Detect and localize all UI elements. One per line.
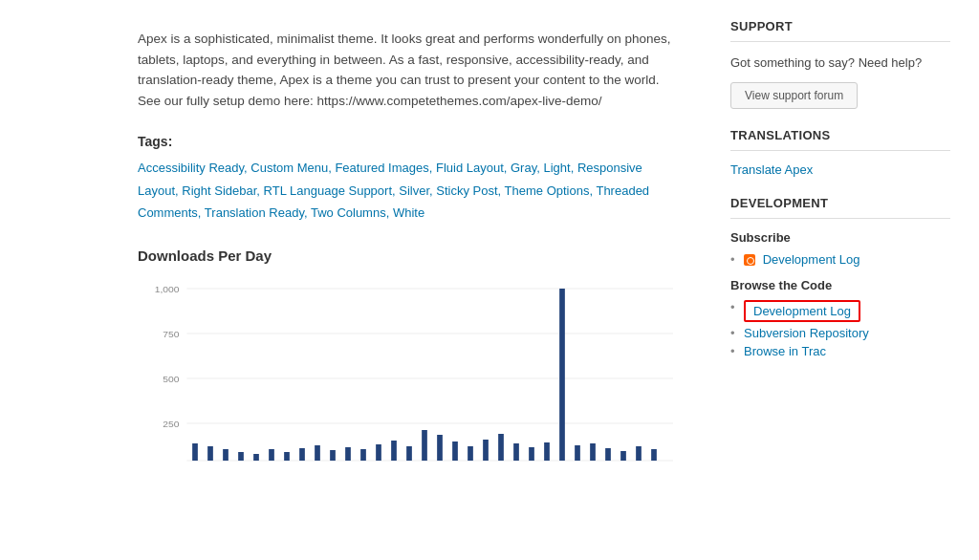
svg-text:1,000: 1,000 [155, 284, 180, 293]
tag-right-sidebar[interactable]: Right Sidebar [182, 183, 256, 198]
svg-text:750: 750 [163, 329, 179, 338]
translate-apex-link[interactable]: Translate Apex [730, 162, 950, 177]
tag-theme-options[interactable]: Theme Options [505, 183, 590, 198]
svg-rect-31 [529, 447, 534, 461]
subversion-link[interactable]: Subversion Repository [744, 326, 869, 340]
tag-sticky-post[interactable]: Sticky Post [436, 183, 497, 198]
svg-rect-30 [513, 443, 519, 461]
tag-silver[interactable]: Silver [399, 183, 429, 198]
svg-rect-17 [315, 445, 320, 461]
dev-log-highlighted-box: Development Log [744, 300, 860, 322]
support-help-text: Got something to say? Need help? [730, 54, 950, 73]
view-support-forum-button[interactable]: View support forum [730, 82, 858, 109]
tag-gray[interactable]: Gray [511, 161, 536, 175]
tag-translation-ready[interactable]: Translation Ready [205, 205, 304, 220]
sidebar-translations-section: Translations Translate Apex [730, 128, 950, 177]
dev-log-browse-item: Development Log [730, 300, 950, 322]
svg-rect-36 [605, 448, 611, 461]
svg-rect-33 [559, 289, 565, 461]
tag-two-columns[interactable]: Two Columns [311, 205, 386, 220]
svg-rect-37 [620, 451, 626, 461]
svg-rect-24 [422, 430, 427, 461]
tag-light[interactable]: Light [543, 161, 570, 175]
svg-rect-39 [651, 449, 657, 461]
tag-custom-menu[interactable]: Custom Menu [250, 161, 328, 175]
subscribe-label: Subscribe [730, 230, 950, 245]
tags-label: Tags: [138, 134, 673, 149]
svg-rect-15 [284, 452, 290, 461]
svg-rect-27 [468, 446, 473, 461]
svg-rect-11 [223, 449, 228, 461]
theme-description: Apex is a sophisticated, minimalist them… [138, 29, 673, 111]
tag-white[interactable]: White [393, 205, 424, 220]
tags-links: Accessibility Ready, Custom Menu, Featur… [138, 157, 673, 224]
svg-rect-20 [360, 449, 366, 461]
svg-rect-12 [238, 452, 244, 461]
rss-icon [744, 254, 755, 266]
svg-rect-21 [376, 444, 381, 461]
svg-rect-38 [636, 446, 642, 461]
downloads-section: Downloads Per Day 1,000 750 500 250 [138, 248, 673, 470]
svg-rect-14 [269, 449, 274, 461]
svg-rect-23 [406, 446, 412, 461]
subscribe-list: Development Log [730, 252, 950, 267]
downloads-chart: 1,000 750 500 250 [138, 279, 673, 470]
translations-section-title: Translations [730, 128, 950, 151]
tag-rtl[interactable]: RTL Language Support [264, 183, 392, 198]
svg-rect-19 [345, 447, 351, 461]
svg-rect-29 [498, 434, 504, 461]
tag-featured-images[interactable]: Featured Images [335, 161, 428, 175]
svg-rect-22 [391, 441, 397, 461]
dev-log-browse-link[interactable]: Development Log [753, 304, 851, 318]
development-section-title: Development [730, 196, 950, 219]
downloads-title: Downloads Per Day [138, 248, 673, 264]
sidebar-support-section: Support Got something to say? Need help?… [730, 19, 950, 109]
tags-section: Tags: Accessibility Ready, Custom Menu, … [138, 134, 673, 224]
svg-rect-10 [207, 446, 213, 461]
svg-rect-34 [575, 445, 580, 461]
dev-log-rss-item: Development Log [730, 252, 950, 267]
trac-link[interactable]: Browse in Trac [744, 344, 826, 358]
svg-text:250: 250 [163, 419, 179, 428]
main-content: Apex is a sophisticated, minimalist them… [0, 0, 711, 560]
dev-log-rss-link[interactable]: Development Log [763, 252, 860, 267]
svg-rect-35 [590, 443, 596, 461]
svg-rect-9 [192, 443, 198, 461]
support-section-title: Support [730, 19, 950, 42]
browse-code-list: Development Log Subversion Repository Br… [730, 300, 950, 358]
svg-rect-13 [253, 454, 259, 461]
trac-item: Browse in Trac [730, 344, 950, 358]
sidebar-development-section: Development Subscribe Development Log Br… [730, 196, 950, 358]
chart-container: 1,000 750 500 250 [138, 279, 673, 470]
svg-text:500: 500 [163, 374, 179, 383]
subversion-item: Subversion Repository [730, 326, 950, 340]
svg-rect-16 [299, 448, 305, 461]
svg-rect-32 [544, 442, 550, 461]
svg-rect-28 [483, 440, 489, 461]
svg-rect-26 [452, 442, 458, 461]
tag-accessibility-ready[interactable]: Accessibility Ready [138, 161, 244, 175]
browse-code-label: Browse the Code [730, 278, 950, 292]
svg-rect-18 [330, 450, 336, 461]
sidebar: Support Got something to say? Need help?… [711, 0, 979, 560]
tag-fluid-layout[interactable]: Fluid Layout [436, 161, 504, 175]
svg-rect-25 [437, 435, 443, 461]
